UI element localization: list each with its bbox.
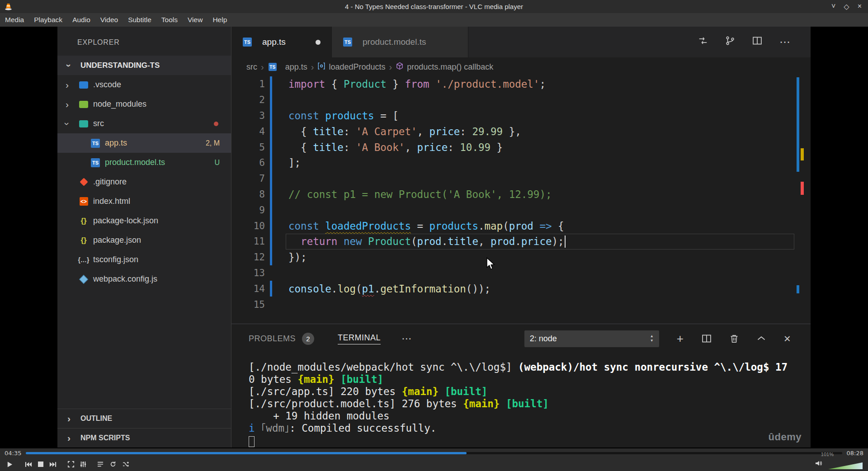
tree-item-label: app.ts bbox=[105, 138, 127, 148]
menu-view[interactable]: View bbox=[183, 16, 208, 24]
breadcrumb-label: loadedProducts bbox=[329, 62, 385, 72]
window-title: 4 - No Types Needed class-transformer - … bbox=[0, 3, 868, 10]
sidebar-bottom-sections: ›OUTLINE›NPM SCRIPTS bbox=[57, 409, 231, 447]
tree-item-package-lock.json[interactable]: {}package-lock.json bbox=[57, 211, 231, 231]
gutter-indicator bbox=[265, 92, 288, 108]
menu-subtitle[interactable]: Subtitle bbox=[123, 16, 156, 24]
tab-app.ts[interactable]: TSapp.ts bbox=[231, 27, 332, 57]
breadcrumb-item-1[interactable]: TSapp.ts bbox=[268, 62, 307, 72]
ruler-mark-warning bbox=[801, 148, 804, 160]
ruler-mark-modified bbox=[797, 77, 799, 172]
next-button[interactable] bbox=[47, 458, 59, 470]
extended-settings-button[interactable] bbox=[77, 458, 89, 470]
code-line-13[interactable]: 13 bbox=[231, 265, 811, 281]
explorer-title: EXPLORER bbox=[57, 27, 231, 56]
vlc-titlebar: 4 - No Types Needed class-transformer - … bbox=[0, 0, 868, 13]
tree-item-product.model.ts[interactable]: TSproduct.model.tsU bbox=[57, 153, 231, 172]
tree-item-src[interactable]: ›src bbox=[57, 114, 231, 133]
maximize-button[interactable]: ◇ bbox=[844, 2, 849, 11]
code-line-3[interactable]: 3const products = [ bbox=[231, 108, 811, 124]
code-line-8[interactable]: 8// const p1 = new Product('A Book', 12.… bbox=[231, 187, 811, 203]
code-line-9[interactable]: 9 bbox=[231, 202, 811, 218]
menu-media[interactable]: Media bbox=[0, 16, 29, 24]
tree-item-webpack.config.js[interactable]: webpack.config.js bbox=[57, 269, 231, 289]
menu-help[interactable]: Help bbox=[208, 16, 232, 24]
maximize-panel-button[interactable] bbox=[757, 334, 766, 343]
tree-item-index.html[interactable]: <>index.html bbox=[57, 192, 231, 211]
code-line-10[interactable]: 10const loadedProducts = products.map(pr… bbox=[231, 218, 811, 234]
tree-item-label: node_modules bbox=[93, 99, 146, 109]
playlist-button[interactable] bbox=[94, 458, 106, 470]
menu-playback[interactable]: Playback bbox=[29, 16, 67, 24]
new-terminal-button[interactable]: + bbox=[677, 332, 684, 346]
tree-item-package.json[interactable]: {}package.json bbox=[57, 231, 231, 250]
line-number: 1 bbox=[231, 79, 265, 89]
editor-more-actions-button[interactable]: ⋯ bbox=[779, 36, 790, 48]
close-panel-button[interactable]: × bbox=[784, 332, 791, 346]
tab-terminal[interactable]: TERMINAL bbox=[338, 333, 381, 344]
code-line-4[interactable]: 4 { title: 'A Carpet', price: 29.99 }, bbox=[231, 123, 811, 139]
code-text: // const p1 = new Product('A Book', 12.9… bbox=[288, 188, 552, 200]
mute-button[interactable] bbox=[813, 457, 825, 469]
previous-button[interactable] bbox=[23, 458, 34, 470]
breadcrumb-item-2[interactable]: loadedProducts bbox=[317, 62, 385, 72]
menu-video[interactable]: Video bbox=[95, 16, 123, 24]
code-line-15[interactable]: 15 bbox=[231, 297, 811, 312]
tree-item-.vscode[interactable]: ›.vscode bbox=[57, 75, 231, 94]
loop-button[interactable] bbox=[107, 458, 119, 470]
tree-item-node_modules[interactable]: ›node_modules bbox=[57, 94, 231, 114]
terminal-output[interactable]: [./node_modules/webpack/hot sync ^\.\/lo… bbox=[231, 353, 811, 447]
kill-terminal-button[interactable] bbox=[730, 334, 739, 344]
code-line-14[interactable]: 14console.log(p1.getInformation()); bbox=[231, 281, 811, 297]
volume-slider[interactable] bbox=[828, 462, 863, 469]
code-line-11[interactable]: 11 return new Product(prod.title, prod.p… bbox=[231, 234, 811, 250]
fullscreen-button[interactable] bbox=[65, 458, 77, 470]
terminal-line-2: 0 bytes {main} [built] bbox=[249, 373, 811, 386]
minimize-button[interactable]: ˅ bbox=[831, 2, 835, 11]
seek-bar-row: 04:35 08:28 bbox=[0, 448, 868, 457]
code-text: ]; bbox=[288, 157, 301, 169]
code-line-1[interactable]: 1import { Product } from './product.mode… bbox=[231, 76, 811, 92]
panel-more-icon[interactable]: ⋯ bbox=[401, 333, 412, 345]
gutter-indicator bbox=[265, 155, 288, 171]
breadcrumb-item-3[interactable]: products.map() callback bbox=[396, 62, 493, 72]
terminal-select-value: 2: node bbox=[530, 334, 557, 344]
breadcrumb-item-0[interactable]: src bbox=[246, 62, 257, 72]
tab-problems[interactable]: PROBLEMS bbox=[249, 334, 296, 344]
gutter-indicator bbox=[265, 108, 288, 124]
open-changes-button[interactable] bbox=[698, 36, 708, 48]
code-line-6[interactable]: 6]; bbox=[231, 155, 811, 171]
code-line-2[interactable]: 2 bbox=[231, 92, 811, 108]
section-outline[interactable]: ›OUTLINE bbox=[57, 409, 231, 428]
split-terminal-button[interactable] bbox=[702, 334, 712, 344]
menu-tools[interactable]: Tools bbox=[156, 16, 183, 24]
code-line-7[interactable]: 7 bbox=[231, 171, 811, 187]
section-npm-scripts[interactable]: ›NPM SCRIPTS bbox=[57, 428, 231, 447]
terminal-select[interactable]: 2: node ▲▼ bbox=[524, 330, 659, 347]
play-button[interactable] bbox=[4, 458, 15, 470]
vscode-folder-icon bbox=[79, 80, 89, 90]
typescript-file-icon: TS bbox=[269, 63, 277, 71]
tree-item-label: src bbox=[93, 119, 104, 128]
code-area[interactable]: 1import { Product } from './product.mode… bbox=[231, 76, 811, 324]
typescript-file-icon: TS bbox=[91, 139, 100, 148]
tree-item-app.ts[interactable]: TSapp.ts2, M bbox=[57, 133, 231, 153]
tab-product.model.ts[interactable]: TSproduct.model.ts bbox=[332, 27, 468, 57]
seek-slider[interactable] bbox=[26, 452, 842, 454]
tree-item-.gitignore[interactable]: .gitignore bbox=[57, 172, 231, 192]
breadcrumb-separator-icon: › bbox=[311, 62, 314, 72]
tree-item-tsconfig.json[interactable]: {…}tsconfig.json bbox=[57, 250, 231, 269]
workspace-header[interactable]: › UNDERSTANDING-TS bbox=[57, 56, 231, 75]
stop-button[interactable] bbox=[35, 458, 47, 470]
git-icon bbox=[79, 177, 89, 187]
split-editor-button[interactable] bbox=[752, 36, 762, 48]
breadcrumb[interactable]: src›TSapp.ts›loadedProducts›products.map… bbox=[231, 57, 811, 76]
tree-item-label: webpack.config.js bbox=[93, 274, 157, 284]
source-control-button[interactable] bbox=[725, 36, 735, 48]
close-button[interactable]: × bbox=[858, 2, 862, 11]
code-line-5[interactable]: 5 { title: 'A Book', price: 10.99 } bbox=[231, 139, 811, 155]
menu-audio[interactable]: Audio bbox=[67, 16, 95, 24]
video-area[interactable]: EXPLORER › UNDERSTANDING-TS ›.vscode›nod… bbox=[0, 27, 868, 448]
random-button[interactable] bbox=[120, 458, 132, 470]
code-line-12[interactable]: 12}); bbox=[231, 250, 811, 265]
